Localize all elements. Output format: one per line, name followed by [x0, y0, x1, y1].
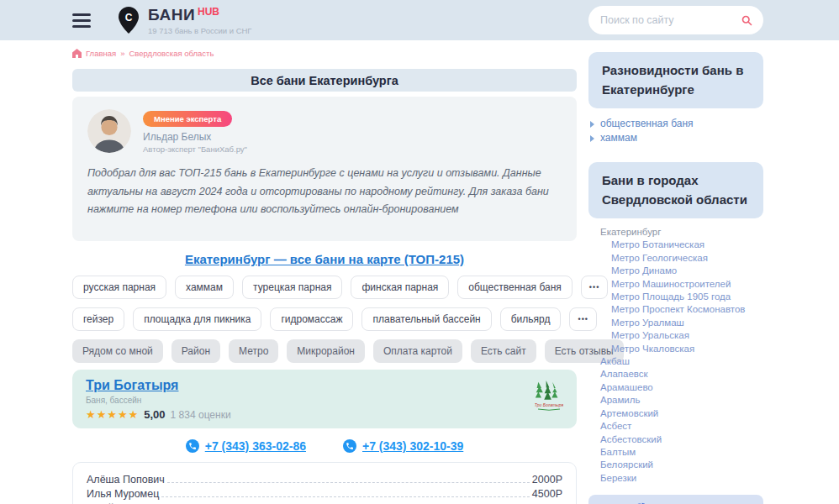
triangle-bullet-icon	[590, 121, 594, 128]
price-row: Алёша Попович 2000Р	[87, 473, 562, 487]
filter-chip[interactable]: общественная баня	[457, 276, 573, 299]
expert-description: Подобрал для вас ТОП-215 бань в Екатерин…	[87, 165, 562, 219]
refresh-icon	[633, 501, 646, 504]
sidebar-metro-link[interactable]: Метро Динамо	[600, 265, 763, 277]
rating-value: 5,00	[144, 408, 165, 421]
page-content: Главная » Свердловская область Все бани …	[0, 40, 839, 504]
hamburger-menu-icon[interactable]	[72, 10, 91, 31]
sidebar-town-link[interactable]: Арамиль	[600, 394, 763, 407]
quick-filter-chip[interactable]: Есть сайт	[471, 339, 536, 363]
sidebar-types-heading: Разновидности бань в Екатеринбурге	[588, 52, 763, 108]
quick-filter-chip[interactable]: Район	[171, 339, 220, 363]
filter-chip[interactable]: гейзер	[72, 307, 124, 331]
sidebar-type-label: хаммам	[600, 131, 637, 145]
phone-number: +7 (343) 302-10-39	[362, 439, 463, 453]
sidebar-type-link[interactable]: общественная баня	[590, 117, 763, 131]
phones-row: +7 (343) 363-02-86 +7 (343) 302-10-39	[72, 428, 577, 462]
search-icon[interactable]	[741, 14, 753, 27]
breadcrumb-separator: »	[120, 49, 124, 58]
expert-badge: Мнение эксперта	[143, 111, 232, 127]
page-title: Все бани Екатеринбурга	[72, 69, 577, 92]
breadcrumb-region[interactable]: Свердловская область	[129, 49, 214, 58]
sidebar-metro-link[interactable]: Метро Ботаническая	[600, 239, 763, 251]
filter-chip[interactable]: хаммам	[175, 276, 234, 299]
show-more-button[interactable]: Показать еще	[588, 495, 763, 504]
sidebar-town-link[interactable]: Артемовский	[600, 407, 763, 420]
site-logo[interactable]: C БАНИHUB 19 713 бань в России и СНГ	[118, 6, 252, 35]
phone-link[interactable]: +7 (343) 302-10-39	[343, 439, 463, 453]
expert-avatar	[87, 109, 131, 153]
sidebar-metro-link[interactable]: Метро Проспект Космонавтов	[600, 303, 763, 316]
sidebar-cities-heading: Бани в городах Свердловской области	[588, 162, 763, 218]
filter-row-types: русская парная хаммам турецкая парная фи…	[72, 276, 577, 299]
bath-listing-card: Три Богатыря Баня, бассейн ★★★★★ 5,00 1 …	[72, 370, 577, 504]
listing-header: Три Богатыря Баня, бассейн ★★★★★ 5,00 1 …	[72, 370, 577, 428]
sidebar-metro-link[interactable]: Метро Машиностроителей	[600, 278, 763, 291]
sidebar-metro-link[interactable]: Метро Уралмаш	[600, 317, 763, 329]
sidebar: Разновидности бань в Екатеринбурге общес…	[588, 40, 763, 504]
price-item-value: 2000Р	[532, 473, 562, 487]
triangle-bullet-icon	[590, 135, 594, 142]
sidebar-types-links: общественная баня хаммам	[588, 117, 763, 145]
expert-name[interactable]: Ильдар Белых	[143, 131, 247, 143]
price-item-value: 4500Р	[532, 487, 562, 501]
logo-tagline: 19 713 бань в России и СНГ	[148, 26, 252, 35]
sidebar-town-link[interactable]: Белоярский	[600, 459, 763, 471]
map-link[interactable]: Екатеринбург — все бани на карте (ТОП-21…	[185, 252, 464, 266]
sidebar-metro-link[interactable]: Метро Уральская	[600, 329, 763, 342]
expert-role: Автор-эксперт "БаниХаб.ру"	[143, 144, 247, 154]
filter-chip[interactable]: турецкая парная	[242, 276, 342, 299]
sidebar-metro-link[interactable]: Метро Площадь 1905 года	[600, 291, 763, 303]
quick-filter-chip[interactable]: Микрорайон	[287, 339, 365, 363]
expert-card: Мнение эксперта Ильдар Белых Автор-экспе…	[72, 97, 577, 241]
bath-category: Баня, бассейн	[86, 396, 231, 405]
phone-link[interactable]: +7 (343) 363-02-86	[186, 439, 306, 453]
price-row: Илья Муромец 4500Р	[87, 487, 562, 501]
breadcrumb-home[interactable]: Главная	[86, 49, 116, 58]
price-item-name: Алёша Попович	[87, 473, 165, 487]
sidebar-town-link[interactable]: Арамашево	[600, 381, 763, 394]
filter-chip[interactable]: финская парная	[351, 276, 449, 299]
logo-letter: C	[118, 12, 140, 24]
filter-chip[interactable]: русская парная	[72, 276, 166, 299]
sidebar-town-link[interactable]: Алапаевск	[600, 368, 763, 381]
filter-chip[interactable]: гидромассаж	[270, 307, 353, 331]
dotted-leader	[167, 482, 530, 483]
quick-filter-chip[interactable]: Метро	[229, 339, 278, 363]
filter-chip[interactable]: площадка для пикника	[133, 307, 261, 331]
sidebar-town-link[interactable]: Березки	[600, 472, 763, 485]
phone-number: +7 (343) 363-02-86	[205, 439, 306, 453]
filter-chip[interactable]: бильярд	[500, 307, 562, 331]
filter-row-quick: Рядом со мной Район Метро Микрорайон Опл…	[72, 339, 577, 363]
sidebar-city-list: Екатеринбург Метро Ботаническая Метро Ге…	[588, 226, 763, 485]
filter-chip[interactable]: плавательный бассейн	[361, 307, 491, 331]
top-bar: C БАНИHUB 19 713 бань в России и СНГ	[0, 0, 839, 40]
reviews-count: 1 834 оценки	[171, 409, 231, 421]
logo-text: БАНИHUB 19 713 бань в России и СНГ	[148, 6, 252, 35]
map-pin-icon: C	[118, 6, 140, 34]
bath-logo-text: Три Богатыря	[535, 402, 563, 407]
breadcrumb: Главная » Свердловская область	[72, 49, 577, 58]
phone-icon	[343, 439, 356, 453]
quick-filter-chip[interactable]: Оплата картой	[373, 339, 462, 363]
site-search[interactable]	[588, 6, 763, 34]
sidebar-type-link[interactable]: хаммам	[590, 131, 763, 145]
search-input[interactable]	[599, 13, 741, 27]
sidebar-town-link[interactable]: Асбестовский	[600, 433, 763, 446]
bath-name-link[interactable]: Три Богатыря	[86, 378, 178, 392]
city-group-label: Екатеринбург	[600, 227, 661, 237]
filter-row-features: гейзер площадка для пикника гидромассаж …	[72, 307, 577, 331]
price-item-name: Илья Муромец	[87, 487, 159, 501]
main-column: Главная » Свердловская область Все бани …	[72, 40, 577, 504]
dotted-leader	[161, 496, 530, 497]
home-icon[interactable]	[72, 49, 82, 58]
star-rating-icons: ★★★★★	[86, 408, 139, 421]
price-list: Алёша Попович 2000Р Илья Муромец 4500Р '…	[72, 462, 577, 504]
logo-title: БАНИ	[148, 6, 195, 24]
sidebar-town-link[interactable]: Балтым	[600, 446, 763, 459]
quick-filter-chip[interactable]: Рядом со мной	[72, 339, 163, 363]
sidebar-metro-link[interactable]: Метро Геологическая	[600, 252, 763, 265]
sidebar-metro-link[interactable]: Метро Чкаловская	[600, 343, 763, 355]
sidebar-town-link[interactable]: Асбест	[600, 420, 763, 433]
sidebar-town-link[interactable]: Акбаш	[600, 355, 763, 368]
